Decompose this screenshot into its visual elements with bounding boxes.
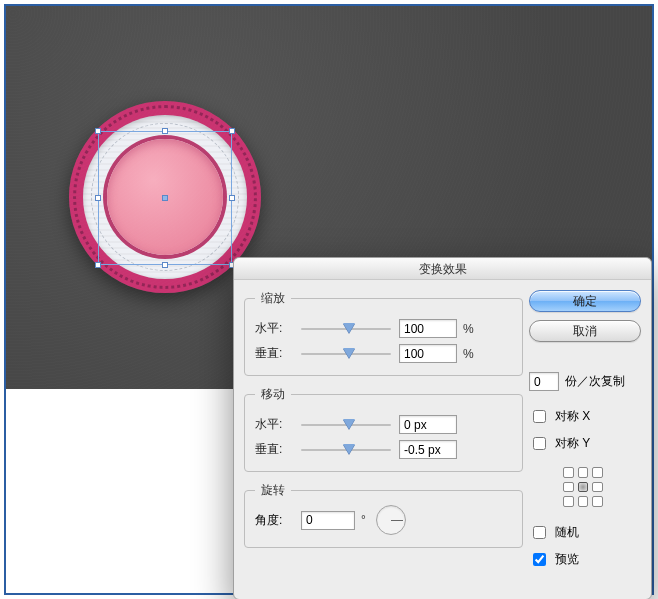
reflect-x-option[interactable]: 对称 X: [529, 407, 641, 426]
move-legend: 移动: [255, 386, 291, 403]
move-v-label: 垂直:: [255, 441, 301, 458]
move-h-slider[interactable]: [301, 418, 391, 432]
preview-label: 预览: [555, 551, 579, 568]
scale-h-label: 水平:: [255, 320, 301, 337]
app-frame: 变换效果 缩放 水平: % 垂直: % 移动: [4, 4, 654, 595]
handle-mid-left[interactable]: [95, 195, 101, 201]
angle-deg: °: [361, 513, 366, 527]
scale-v-label: 垂直:: [255, 345, 301, 362]
reflect-x-label: 对称 X: [555, 408, 590, 425]
copies-label: 份／次复制: [565, 373, 625, 390]
rotate-group: 旋转 角度: °: [244, 482, 523, 548]
handle-top-center[interactable]: [162, 128, 168, 134]
handle-bottom-center[interactable]: [162, 262, 168, 268]
angle-input[interactable]: [301, 511, 355, 530]
reference-point-center[interactable]: [578, 482, 589, 493]
dialog-side: 确定 取消 份／次复制 对称 X 对称 Y: [529, 290, 641, 569]
scale-v-unit: %: [463, 347, 474, 361]
scale-v-input[interactable]: [399, 344, 457, 363]
dialog-title: 变换效果: [234, 258, 651, 280]
scale-legend: 缩放: [255, 290, 291, 307]
reflect-y-label: 对称 Y: [555, 435, 590, 452]
ok-button[interactable]: 确定: [529, 290, 641, 312]
random-label: 随机: [555, 524, 579, 541]
move-h-input[interactable]: [399, 415, 457, 434]
cancel-button[interactable]: 取消: [529, 320, 641, 342]
move-h-label: 水平:: [255, 416, 301, 433]
copies-input[interactable]: [529, 372, 559, 391]
scale-h-unit: %: [463, 322, 474, 336]
reference-point-grid[interactable]: [563, 467, 603, 507]
reflect-x-checkbox[interactable]: [533, 410, 546, 423]
transform-effect-dialog: 变换效果 缩放 水平: % 垂直: % 移动: [233, 257, 652, 599]
scale-h-slider[interactable]: [301, 322, 391, 336]
angle-dial[interactable]: [376, 505, 406, 535]
move-v-slider[interactable]: [301, 443, 391, 457]
handle-mid-right[interactable]: [229, 195, 235, 201]
angle-label: 角度:: [255, 512, 301, 529]
dialog-body: 缩放 水平: % 垂直: % 移动 水平:: [244, 290, 523, 589]
scale-group: 缩放 水平: % 垂直: %: [244, 290, 523, 376]
preview-option[interactable]: 预览: [529, 550, 641, 569]
scale-h-input[interactable]: [399, 319, 457, 338]
handle-bottom-left[interactable]: [95, 262, 101, 268]
random-checkbox[interactable]: [533, 526, 546, 539]
move-v-input[interactable]: [399, 440, 457, 459]
rotate-legend: 旋转: [255, 482, 291, 499]
move-group: 移动 水平: 垂直:: [244, 386, 523, 472]
selection-bounding-box[interactable]: [98, 131, 232, 265]
reflect-y-checkbox[interactable]: [533, 437, 546, 450]
handle-top-right[interactable]: [229, 128, 235, 134]
handle-center[interactable]: [162, 195, 168, 201]
handle-top-left[interactable]: [95, 128, 101, 134]
random-option[interactable]: 随机: [529, 523, 641, 542]
scale-v-slider[interactable]: [301, 347, 391, 361]
reflect-y-option[interactable]: 对称 Y: [529, 434, 641, 453]
preview-checkbox[interactable]: [533, 553, 546, 566]
